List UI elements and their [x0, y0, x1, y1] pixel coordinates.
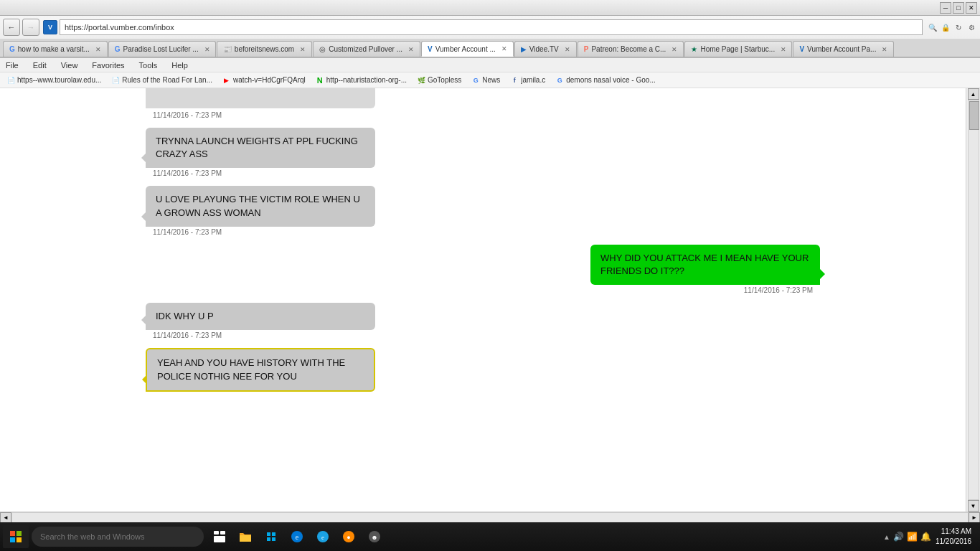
minimize-button[interactable]: ─ [940, 2, 951, 14]
bookmark-demons[interactable]: G demons nasal voice - Goo... [552, 75, 659, 85]
address-text: https://portal.vumber.com/inbox [65, 23, 174, 32]
title-bar: ─ □ ✕ [0, 0, 980, 16]
network-icon[interactable]: 📶 [907, 532, 918, 542]
app-icon-7[interactable]: ☻ [363, 525, 386, 548]
message-row: WHY DID YOU ATTACK ME I MEAN HAVE YOUR F… [14, 245, 951, 300]
bookmark-tourolaw[interactable]: 📄 https--www.tourolaw.edu... [3, 75, 105, 85]
svg-text:e: e [296, 533, 299, 541]
tab-close-icon[interactable]: ✕ [408, 46, 414, 53]
notification-icon[interactable]: 🔔 [920, 532, 931, 542]
horizontal-scrollbar: ◄ ► [0, 512, 980, 523]
maximize-button[interactable]: □ [953, 2, 964, 14]
bookmark-icon: ▶ [222, 76, 231, 85]
tab-pullover[interactable]: ◎ Customized Pullover ... ✕ [313, 41, 420, 57]
bookmark-gotopless[interactable]: 🌿 GoTopless [413, 75, 465, 85]
menu-tools[interactable]: Tools [136, 61, 161, 70]
message-timestamp: 11/14/2016 - 7:23 PM [146, 111, 820, 119]
bubble-left: IDK WHY U P [146, 303, 375, 330]
show-hidden-icon[interactable]: ▲ [883, 533, 890, 541]
tab-close-icon[interactable]: ✕ [95, 46, 101, 53]
bookmark-label: https--www.tourolaw.edu... [17, 76, 101, 84]
bookmark-label: GoTopless [428, 76, 461, 84]
nav-bar: ← → V https://portal.vumber.com/inbox 🔍 … [0, 16, 980, 39]
tab-vumber-active[interactable]: V Vumber Account ... ✕ [421, 41, 514, 57]
menu-file[interactable]: File [3, 61, 22, 70]
scroll-down-button[interactable]: ▼ [968, 500, 979, 512]
edge-svg: e [291, 530, 303, 543]
chat-area: 11/14/2016 - 7:23 PM TRYNNA LAUNCH WEIGH… [0, 88, 966, 512]
scroll-up-button[interactable]: ▲ [968, 88, 979, 100]
bookmark-jamila[interactable]: f jamila.c [507, 75, 549, 85]
tab-close-icon[interactable]: ✕ [501, 45, 507, 52]
bubble-highlighted: YEAH AND YOU HAVE HISTORY WITH THE POLIC… [146, 348, 375, 391]
bookmark-label: demons nasal voice - Goo... [566, 76, 656, 84]
svg-rect-5 [220, 531, 225, 534]
settings-svg [265, 530, 278, 543]
bookmark-rules[interactable]: 📄 Rules of the Road For Lan... [108, 75, 216, 85]
bookmark-watch[interactable]: ▶ watch-v=HdCgrFQArql [219, 75, 309, 85]
bookmark-icon: 🌿 [417, 76, 425, 85]
app-icon-6[interactable]: ● [337, 525, 360, 548]
file-explorer-icon[interactable] [234, 525, 257, 548]
tab-close-icon[interactable]: ✕ [672, 46, 677, 53]
tab-patreon[interactable]: P Patreon: Become a C... ✕ [578, 41, 684, 57]
close-button[interactable]: ✕ [966, 2, 977, 14]
tab-vumber2[interactable]: V Vumber Account Pa... ✕ [793, 41, 894, 57]
svg-rect-9 [272, 532, 275, 536]
scroll-thumb[interactable] [969, 101, 979, 130]
tab-label: how to make a varsit... [18, 45, 90, 53]
menu-bar: File Edit View Favorites Tools Help [0, 58, 980, 72]
svg-rect-6 [214, 536, 225, 542]
tab-label: Vumber Account Pa... [807, 45, 876, 53]
address-bar[interactable]: https://portal.vumber.com/inbox [60, 19, 923, 35]
tab-beforeitsnews[interactable]: 📰 beforeitsnews.com ✕ [217, 41, 312, 57]
tab-close-icon[interactable]: ✕ [565, 46, 570, 53]
taskbar: e e ● ☻ ▲ 🔊 📶 🔔 [0, 522, 980, 551]
bookmark-icon: N [316, 76, 324, 85]
message-timestamp: 11/14/2016 - 7:23 PM [146, 228, 820, 236]
bookmarks-bar: 📄 https--www.tourolaw.edu... 📄 Rules of … [0, 72, 980, 88]
search-icon[interactable]: 🔍 [927, 22, 938, 33]
svg-rect-0 [10, 531, 15, 536]
bubble-right: WHY DID YOU ATTACK ME I MEAN HAVE YOUR F… [590, 245, 820, 285]
tab-videe[interactable]: ▶ Videe.TV ✕ [514, 41, 577, 57]
browser-chrome: ← → V https://portal.vumber.com/inbox 🔍 … [0, 16, 980, 58]
scroll-track[interactable] [968, 100, 979, 500]
tabs-bar: G how to make a varsit... ✕ G Paradise L… [0, 39, 980, 57]
message-timestamp: 11/14/2016 - 7:23 PM [146, 169, 820, 177]
tab-paradise[interactable]: G Paradise Lost Lucifer ... ✕ [108, 41, 216, 57]
taskbar-search-input[interactable] [32, 527, 204, 547]
bookmark-news[interactable]: G News [468, 75, 504, 85]
bookmark-icon: G [471, 76, 480, 85]
menu-view[interactable]: View [58, 61, 81, 70]
content-area: 11/14/2016 - 7:23 PM TRYNNA LAUNCH WEIGH… [0, 88, 980, 512]
menu-favorites[interactable]: Favorites [89, 61, 127, 70]
edge-icon[interactable]: e [286, 525, 308, 548]
h-scroll-track[interactable] [11, 512, 969, 523]
tab-close-icon[interactable]: ✕ [882, 46, 887, 53]
ie-icon[interactable]: e [311, 525, 334, 548]
tab-label: Videe.TV [529, 45, 559, 53]
menu-help[interactable]: Help [169, 61, 191, 70]
tab-close-icon[interactable]: ✕ [300, 46, 306, 53]
back-button[interactable]: ← [3, 19, 20, 36]
svg-text:e: e [321, 534, 324, 541]
refresh-icon[interactable]: ↻ [953, 22, 964, 33]
bookmark-naturist[interactable]: N http--naturistaction-org-... [312, 75, 410, 85]
clock-time: 11:43 AM [936, 527, 971, 537]
settings-icon[interactable]: ⚙ [966, 22, 977, 33]
app6-svg: ● [342, 530, 355, 543]
speaker-icon[interactable]: 🔊 [893, 532, 904, 542]
bubble-left: TRYNNA LAUNCH WEIGHTS AT PPL FUCKING CRA… [146, 128, 375, 168]
tab-close-icon[interactable]: ✕ [781, 46, 786, 53]
tab-google[interactable]: G how to make a varsit... ✕ [3, 41, 108, 57]
forward-button[interactable]: → [22, 19, 39, 36]
settings-taskbar-icon[interactable] [260, 525, 283, 548]
tab-starbucks[interactable]: ★ Home Page | Starbuc... ✕ [684, 41, 792, 57]
browser-icon: V [43, 20, 57, 34]
start-button[interactable] [3, 525, 29, 548]
menu-edit[interactable]: Edit [30, 61, 50, 70]
svg-rect-7 [240, 535, 251, 542]
tab-close-icon[interactable]: ✕ [204, 46, 210, 53]
taskview-icon[interactable] [208, 525, 231, 548]
